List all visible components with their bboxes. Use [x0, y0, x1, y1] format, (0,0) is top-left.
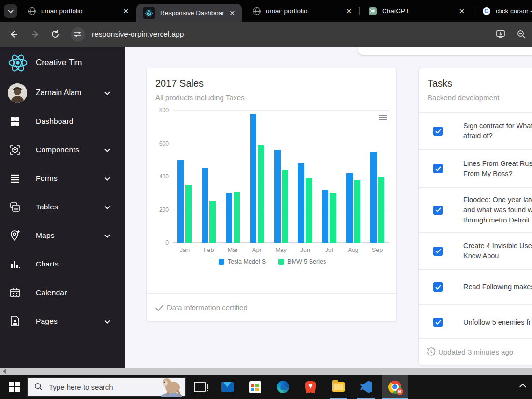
- search-icon: [34, 383, 43, 391]
- chevron-down-icon: [104, 232, 110, 237]
- search-highlight-image: [155, 377, 185, 397]
- forward-button[interactable]: [27, 22, 44, 47]
- start-button[interactable]: [4, 375, 25, 399]
- horizontal-scrollbar[interactable]: [0, 368, 532, 375]
- sidebar-item-maps[interactable]: Maps: [0, 221, 125, 250]
- tab-title: umair portfolio: [41, 7, 118, 15]
- close-icon[interactable]: ✕: [229, 9, 235, 17]
- task-checkbox[interactable]: [433, 164, 443, 173]
- task-text-line: Unfollow 5 enemies fr: [463, 317, 531, 327]
- bar-bmw-5-series: [209, 201, 216, 243]
- zoom-icon[interactable]: [511, 22, 532, 47]
- bar-tesla-model-s: [274, 150, 281, 243]
- back-button[interactable]: [0, 22, 27, 47]
- scroll-left-arrow-icon[interactable]: [3, 369, 6, 374]
- task-row: Read Following makes: [419, 270, 532, 305]
- x-axis-tick: Sep: [365, 247, 389, 253]
- lines-icon: [9, 173, 21, 184]
- windows-taskbar: M: [0, 375, 532, 399]
- tables-icon: [9, 202, 21, 212]
- y-axis-tick: 800: [155, 107, 169, 114]
- sidebar-item-calendar[interactable]: Calendar: [0, 278, 125, 307]
- x-axis-tick: Aug: [341, 247, 365, 253]
- cube-icon: [9, 145, 21, 155]
- bar-group-may: [269, 110, 293, 243]
- task-checkbox[interactable]: [433, 282, 443, 292]
- bar-group-apr: [245, 110, 269, 243]
- close-icon[interactable]: ✕: [123, 7, 129, 15]
- tasks-card-subtitle: Backend development: [428, 93, 532, 102]
- brand-name: Creative Tim: [36, 58, 82, 68]
- react-logo-icon: [7, 53, 29, 73]
- sidebar: Creative Tim Zarnain Alam DashboardCompo…: [0, 47, 125, 368]
- sales-card: 2017 Sales All products including Taxes …: [146, 68, 397, 322]
- tab-umair-portfolio-1[interactable]: umair portfolio ✕: [19, 0, 135, 22]
- y-axis-tick: 400: [155, 173, 169, 180]
- tab-chatgpt[interactable]: ChatGPT ✕: [360, 0, 472, 22]
- sidebar-item-label: Forms: [36, 174, 58, 183]
- edge-button[interactable]: [273, 375, 293, 399]
- y-axis-tick: 600: [155, 140, 169, 147]
- task-text-line: and what was found w: [463, 205, 532, 215]
- sidebar-item-pages[interactable]: Pages: [0, 307, 125, 335]
- sidebar-item-label: Tables: [36, 203, 58, 211]
- sidebar-item-dashboard[interactable]: Dashboard: [0, 107, 125, 135]
- sidebar-item-tables[interactable]: Tables: [0, 192, 125, 221]
- bar-tesla-model-s: [298, 163, 304, 243]
- sidebar-item-charts[interactable]: Charts: [0, 250, 125, 278]
- tray-chevron-icon[interactable]: [519, 384, 526, 390]
- brave-button[interactable]: [301, 375, 320, 399]
- task-checkbox[interactable]: [433, 127, 443, 136]
- tab-click-cursor[interactable]: G click cursor -: [474, 0, 532, 22]
- x-axis-tick: Jul: [317, 247, 341, 253]
- close-icon[interactable]: ✕: [346, 7, 352, 15]
- calendar-icon: [9, 287, 21, 298]
- mail-button[interactable]: [218, 375, 237, 399]
- bar-tesla-model-s: [177, 160, 184, 243]
- brand[interactable]: Creative Tim: [0, 47, 125, 79]
- mail-icon: [221, 382, 234, 392]
- cast-icon[interactable]: [490, 22, 511, 47]
- task-view-button[interactable]: [190, 375, 209, 399]
- windows-logo-icon: [9, 382, 20, 392]
- close-icon[interactable]: ✕: [459, 7, 465, 15]
- footer-text: Data information certified: [167, 303, 248, 311]
- chart-legend: Tesla Model SBMW 5 Series: [155, 258, 389, 265]
- sidebar-item-label: Dashboard: [36, 117, 74, 126]
- chrome-button[interactable]: M: [382, 375, 408, 399]
- bar-tesla-model-s: [370, 152, 377, 243]
- bar-bmw-5-series: [330, 193, 336, 243]
- sales-card-subtitle: All products including Taxes: [155, 93, 387, 102]
- store-button[interactable]: [245, 375, 265, 399]
- check-icon: [155, 304, 164, 311]
- task-checkbox[interactable]: [433, 318, 443, 327]
- task-checkbox[interactable]: [433, 206, 443, 215]
- legend-swatch: [278, 259, 284, 265]
- task-checkbox[interactable]: [433, 247, 443, 256]
- chevron-down-icon: [104, 147, 110, 152]
- legend-item: Tesla Model S: [219, 258, 266, 265]
- sidebar-item-forms[interactable]: Forms: [0, 164, 125, 192]
- sidebar-item-components[interactable]: Components: [0, 135, 125, 164]
- user-menu[interactable]: Zarnain Alam: [0, 79, 125, 107]
- reload-button[interactable]: [44, 22, 67, 47]
- url-field[interactable]: responsive-orpin.vercel.app: [92, 30, 490, 39]
- y-axis-tick: 200: [155, 207, 169, 213]
- task-row: Unfollow 5 enemies fr: [419, 305, 532, 340]
- tab-responsive-dashboard[interactable]: Responsive Dashboard ✕: [136, 4, 242, 22]
- store-icon: [249, 381, 261, 393]
- bar-chart-icon: [9, 259, 21, 269]
- tab-search-dropdown-button[interactable]: [4, 4, 17, 18]
- site-settings-icon[interactable]: [71, 27, 85, 42]
- vscode-button[interactable]: [356, 375, 376, 399]
- bar-tesla-model-s: [322, 190, 328, 243]
- file-explorer-button[interactable]: [329, 375, 348, 399]
- taskbar-search[interactable]: [27, 377, 186, 397]
- tab-umair-portfolio-2[interactable]: umair portfolio ✕: [244, 0, 358, 22]
- x-axis-tick: Jun: [293, 247, 317, 253]
- browser-tab-bar: umair portfolio ✕ Responsive Dashboard ✕…: [0, 0, 532, 22]
- updated-text: Updated 3 minutes ago: [438, 348, 513, 356]
- search-input[interactable]: [49, 383, 155, 391]
- chatgpt-icon: [369, 7, 377, 15]
- tasks-card-title: Tasks: [428, 78, 532, 89]
